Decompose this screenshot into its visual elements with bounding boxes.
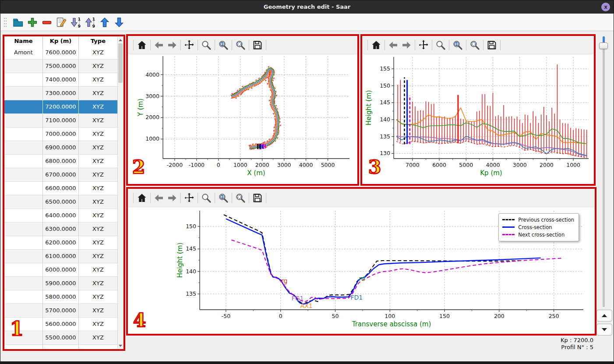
reach-table-panel: Name Kp (m) Type Amont7600.0000XYZ7500.0… <box>3 35 125 351</box>
y-tick-label: 155 <box>380 65 390 72</box>
table-row[interactable]: 7200.0000XYZ <box>4 100 118 114</box>
whisker-cap <box>270 104 270 106</box>
zoom-icon <box>435 39 446 51</box>
zoom-one-button[interactable]: 1 <box>217 191 230 205</box>
close-button[interactable]: x <box>601 3 610 11</box>
zoom-extent-button[interactable] <box>468 39 481 52</box>
svg-text:1: 1 <box>92 17 95 21</box>
table-row[interactable]: 6400.0000XYZ <box>4 209 118 223</box>
home-button[interactable] <box>135 39 148 52</box>
edit-button[interactable] <box>54 15 68 29</box>
profile-slider-track[interactable] <box>603 36 605 307</box>
cell-name <box>4 277 43 290</box>
toolbar-separator <box>215 193 215 203</box>
toolbar-separator <box>232 40 232 50</box>
add-button[interactable] <box>25 15 39 29</box>
sort-up-button[interactable]: 19 <box>83 15 97 29</box>
zoom-button[interactable] <box>200 191 213 205</box>
zoom-button[interactable] <box>200 39 213 52</box>
table-body: Amont7600.0000XYZ7500.0000XYZ7400.0000XY… <box>4 46 118 349</box>
annotation-mark-2: 2 <box>132 158 145 177</box>
column-header-kp[interactable]: Kp (m) <box>43 36 79 46</box>
scroll-up-icon[interactable] <box>118 37 123 43</box>
whisker-cap <box>253 149 254 149</box>
zoom-one-button[interactable]: 1 <box>451 39 464 52</box>
open-button[interactable] <box>11 15 25 29</box>
whisker-cap <box>277 95 277 96</box>
cell-kp: 6000.0000 <box>43 263 79 276</box>
zoom-extent-button[interactable] <box>234 39 247 52</box>
pan-button[interactable] <box>417 39 430 52</box>
zoom-one-button[interactable]: 1 <box>217 39 230 52</box>
remove-button[interactable] <box>39 15 54 29</box>
zoom-extent-button[interactable] <box>234 191 247 205</box>
next-profile-button[interactable] <box>596 324 612 336</box>
home-button[interactable] <box>370 39 383 52</box>
legend-label-current: Cross-section <box>518 224 552 230</box>
x-tick-label: 0 <box>279 313 282 319</box>
forward-button[interactable] <box>400 39 413 52</box>
svg-text:1: 1 <box>221 194 223 199</box>
table-row[interactable]: 6700.0000XYZ <box>4 168 118 182</box>
sort-down-icon: 19 <box>70 16 82 28</box>
table-row[interactable]: 7400.0000XYZ <box>4 73 118 87</box>
table-row[interactable]: 7000.0000XYZ <box>4 127 118 141</box>
zoom-one-icon: 1 <box>452 39 463 51</box>
pan-button[interactable] <box>183 39 196 52</box>
whisker-cap <box>270 96 271 98</box>
table-row[interactable]: Amont7600.0000XYZ <box>4 46 118 60</box>
profile-plot-toolbar: 1 <box>362 36 594 54</box>
profile-slider-handle[interactable] <box>599 42 608 49</box>
save-button[interactable] <box>485 39 498 52</box>
cell-name <box>4 263 43 276</box>
home-button[interactable] <box>135 191 148 205</box>
column-header-type[interactable]: Type <box>79 36 118 46</box>
sort-down-button[interactable]: 19 <box>68 15 83 29</box>
table-row[interactable]: 5900.0000XYZ <box>4 277 118 290</box>
move-down-button[interactable] <box>112 15 126 29</box>
save-icon <box>486 39 498 51</box>
table-row[interactable]: 6600.0000XYZ <box>4 182 118 195</box>
table-row[interactable]: 5400.0000XYZ <box>4 345 118 349</box>
column-header-name[interactable]: Name <box>4 36 43 46</box>
cell-kp: 6300.0000 <box>43 223 79 236</box>
back-icon <box>153 39 165 51</box>
zoom-button[interactable] <box>434 39 447 52</box>
plan-view-chart[interactable]: -2000-1000010002000300040005000100020003… <box>128 54 357 184</box>
forward-button[interactable] <box>166 39 179 52</box>
back-button[interactable] <box>152 191 166 205</box>
cell-type: XYZ <box>79 127 118 141</box>
table-row[interactable]: 7500.0000XYZ <box>4 60 118 73</box>
pan-icon <box>183 39 195 51</box>
table-row[interactable]: 7100.0000XYZ <box>4 114 118 127</box>
table-row[interactable]: 6900.0000XYZ <box>4 141 118 155</box>
table-row[interactable]: 6800.0000XYZ <box>4 155 118 168</box>
toolbar-drag-handle-icon[interactable] <box>3 16 8 28</box>
table-row[interactable]: 5800.0000XYZ <box>4 290 118 304</box>
table-header: Name Kp (m) Type <box>4 36 124 46</box>
longitudinal-profile-chart[interactable]: 7000600050004000300020001000130135140145… <box>362 54 594 184</box>
cell-type: XYZ <box>79 236 118 249</box>
cell-kp: 7400.0000 <box>43 73 79 86</box>
forward-button[interactable] <box>166 191 179 205</box>
table-scrollbar[interactable] <box>117 36 124 349</box>
annotation-mark-4: 4 <box>133 311 146 330</box>
pan-button[interactable] <box>183 191 196 205</box>
table-row[interactable]: 5700.0000XYZ <box>4 304 118 318</box>
table-row[interactable]: 6100.0000XYZ <box>4 250 118 263</box>
scrollbar-thumb[interactable] <box>118 43 123 83</box>
back-button[interactable] <box>387 39 400 52</box>
move-up-button[interactable] <box>97 15 112 29</box>
table-row[interactable]: 7300.0000XYZ <box>4 87 118 100</box>
table-row[interactable]: 6200.0000XYZ <box>4 236 118 250</box>
cell-name <box>4 168 43 181</box>
scroll-down-icon[interactable] <box>118 343 123 349</box>
save-button[interactable] <box>251 39 264 52</box>
table-row[interactable]: 6300.0000XYZ <box>4 223 118 236</box>
table-row[interactable]: 6000.0000XYZ <box>4 263 118 277</box>
previous-profile-button[interactable] <box>596 310 612 322</box>
table-row[interactable]: 6500.0000XYZ <box>4 195 118 209</box>
back-button[interactable] <box>152 39 166 52</box>
whisker-cap <box>274 78 274 79</box>
save-button[interactable] <box>251 191 264 205</box>
